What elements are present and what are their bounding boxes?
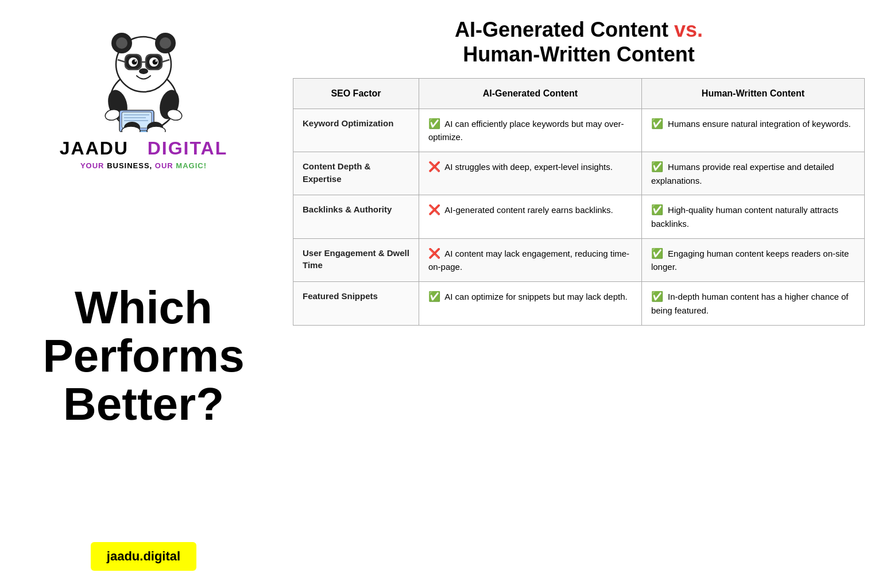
human-content-cell: ✅ Humans provide real expertise and deta…: [641, 152, 864, 195]
factor-label: Backlinks & Authority: [303, 204, 392, 214]
factor-cell: Content Depth & Expertise: [293, 152, 419, 195]
check-icon: ✅: [651, 291, 663, 302]
factor-cell: Keyword Optimization: [293, 109, 419, 152]
cross-icon: ❌: [428, 161, 440, 172]
factor-label: Content Depth & Expertise: [303, 161, 370, 184]
panda-mascot-icon: [86, 17, 201, 132]
svg-point-12: [134, 60, 136, 62]
table-row: User Engagement & Dwell Time❌ AI content…: [293, 238, 865, 281]
human-content-cell: ✅ Engaging human content keeps readers o…: [641, 238, 864, 281]
svg-point-5: [160, 37, 171, 49]
brand-tagline: YOUR BUSINESS, OUR MAGIC!: [80, 161, 207, 170]
check-icon: ✅: [651, 118, 663, 129]
check-icon: ✅: [428, 291, 440, 302]
table-row: Featured Snippets✅ AI can optimize for s…: [293, 282, 865, 325]
svg-point-10: [131, 60, 137, 65]
brand-name: JAADU DIGITAL: [60, 138, 228, 159]
factor-cell: User Engagement & Dwell Time: [293, 238, 419, 281]
ai-content-cell: ✅ AI can efficiently place keywords but …: [419, 109, 641, 152]
factor-cell: Backlinks & Authority: [293, 195, 419, 238]
factor-label: User Engagement & Dwell Time: [303, 248, 409, 270]
svg-point-32: [122, 126, 140, 132]
right-panel: AI-Generated Content vs. Human-Written C…: [287, 0, 882, 588]
header-human-content: Human-Written Content: [641, 79, 864, 109]
table-row: Keyword Optimization✅ AI can efficiently…: [293, 109, 865, 152]
ai-content-cell: ❌ AI struggles with deep, expert-level i…: [419, 152, 641, 195]
ai-content-cell: ❌ AI-generated content rarely earns back…: [419, 195, 641, 238]
svg-point-13: [155, 60, 157, 62]
headline-text: Which Performs Better?: [11, 170, 276, 542]
human-content-cell: ✅ In-depth human content has a higher ch…: [641, 282, 864, 325]
header-seo-factor: SEO Factor: [293, 79, 419, 109]
check-icon: ✅: [651, 204, 663, 215]
cross-icon: ❌: [428, 248, 440, 259]
check-icon: ✅: [428, 118, 440, 129]
human-content-cell: ✅ Humans ensure natural integration of k…: [641, 109, 864, 152]
ai-content-cell: ✅ AI can optimize for snippets but may l…: [419, 282, 641, 325]
check-icon: ✅: [651, 248, 663, 259]
cross-icon: ❌: [428, 204, 440, 215]
svg-point-19: [139, 68, 148, 74]
svg-point-11: [152, 60, 157, 65]
table-row: Backlinks & Authority❌ AI-generated cont…: [293, 195, 865, 238]
table-row: Content Depth & Expertise❌ AI struggles …: [293, 152, 865, 195]
comparison-table: SEO Factor AI-Generated Content Human-Wr…: [293, 78, 865, 325]
table-header-row: SEO Factor AI-Generated Content Human-Wr…: [293, 79, 865, 109]
factor-label: Featured Snippets: [303, 291, 378, 301]
factor-label: Keyword Optimization: [303, 118, 393, 128]
main-title: AI-Generated Content vs. Human-Written C…: [293, 17, 865, 67]
check-icon: ✅: [651, 161, 663, 172]
svg-point-4: [116, 37, 127, 49]
svg-point-33: [147, 126, 165, 132]
factor-cell: Featured Snippets: [293, 282, 419, 325]
website-badge: jaadu.digital: [91, 542, 196, 571]
left-panel: JAADU DIGITAL YOUR BUSINESS, OUR MAGIC! …: [0, 0, 287, 588]
header-ai-content: AI-Generated Content: [419, 79, 641, 109]
logo-section: JAADU DIGITAL YOUR BUSINESS, OUR MAGIC!: [60, 17, 228, 170]
ai-content-cell: ❌ AI content may lack engagement, reduci…: [419, 238, 641, 281]
website-url: jaadu.digital: [107, 549, 180, 563]
human-content-cell: ✅ High-quality human content naturally a…: [641, 195, 864, 238]
